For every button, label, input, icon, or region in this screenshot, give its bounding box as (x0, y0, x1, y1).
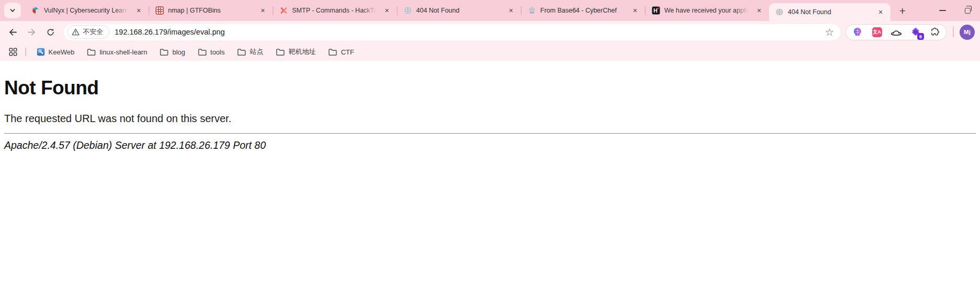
extensions-puzzle-icon[interactable] (929, 26, 941, 38)
layers-extension-icon[interactable]: 6 (910, 26, 921, 38)
tab-title: 404 Not Found (788, 8, 872, 16)
keeweb-icon (37, 48, 45, 56)
warning-icon (72, 28, 80, 36)
folder-icon (328, 48, 337, 56)
close-icon[interactable]: × (258, 6, 268, 15)
bookmark-folder-tools[interactable]: tools (194, 46, 229, 58)
close-icon[interactable]: × (630, 6, 640, 15)
tab-title: nmap | GTFOBins (168, 7, 254, 14)
bookmark-label: KeeWeb (49, 48, 75, 56)
vulnyx-cube-icon (31, 6, 40, 15)
error-page-message: The requested URL was not found on this … (4, 113, 976, 125)
toolbar-divider (953, 27, 954, 37)
horizontal-rule (4, 133, 976, 134)
bookmark-label: 靶机地址 (288, 47, 316, 57)
minimize-button[interactable] (937, 5, 948, 16)
tab-vulnyx[interactable]: VulNyx | Cybersecurity Learni × (25, 0, 149, 21)
bookmark-label: tools (210, 48, 225, 56)
folder-icon (198, 48, 207, 56)
wappalyzer-hat-icon[interactable] (890, 26, 902, 38)
forward-arrow-icon (27, 28, 36, 37)
profile-avatar[interactable]: Mj (960, 25, 975, 40)
bookmark-folder-sites[interactable]: 站点 (233, 45, 268, 59)
bookmark-label: CTF (341, 48, 354, 56)
svg-text:H: H (653, 7, 658, 14)
folder-icon (237, 48, 246, 56)
reload-icon (46, 28, 55, 37)
error-page-heading: Not Found (4, 77, 976, 99)
bookmark-folder-ctf[interactable]: CTF (324, 46, 358, 58)
bookmarks-divider (25, 48, 26, 56)
tab-title: VulNyx | Cybersecurity Learni (44, 7, 130, 14)
apps-grid-icon[interactable] (6, 45, 20, 59)
site-security-chip[interactable]: 不安全 (67, 25, 109, 39)
chevron-down-icon (9, 7, 16, 14)
close-icon[interactable]: × (382, 6, 392, 15)
translate-extension-icon[interactable]: 文A (871, 26, 883, 38)
globe-icon (404, 6, 412, 15)
bookmark-folder-target-addresses[interactable]: 靶机地址 (272, 45, 320, 59)
tab-404-not-found[interactable]: 404 Not Found × (397, 0, 521, 21)
folder-icon (87, 48, 96, 56)
hacktricks-icon (280, 6, 288, 15)
bookmark-label: 站点 (250, 47, 263, 57)
browser-toolbar: 不安全 192.168.26.179/images/eval.png ☆ 文A (0, 21, 980, 43)
tab-hacktricks-smtp[interactable]: SMTP - Commands - HackTri × (273, 0, 397, 21)
tab-title: From Base64 - CyberChef (540, 7, 626, 14)
bookmark-label: blog (172, 48, 185, 56)
close-icon[interactable]: × (134, 6, 143, 15)
folder-icon (276, 48, 285, 56)
minimize-icon (939, 10, 946, 11)
tab-list: VulNyx | Cybersecurity Learni × nmap | G… (25, 0, 890, 21)
hackmyvm-h-icon: H (652, 6, 660, 15)
close-icon[interactable]: × (876, 7, 885, 17)
browser-window: VulNyx | Cybersecurity Learni × nmap | G… (0, 0, 980, 305)
bookmark-star-icon[interactable]: ☆ (825, 27, 834, 37)
security-chip-label: 不安全 (83, 27, 103, 37)
tab-cyberchef[interactable]: From Base64 - CyberChef × (521, 0, 645, 21)
tab-gtfobins[interactable]: nmap | GTFOBins × (149, 0, 273, 21)
reload-button[interactable] (42, 24, 59, 40)
close-icon[interactable]: × (754, 6, 764, 15)
address-bar[interactable]: 不安全 192.168.26.179/images/eval.png ☆ (64, 24, 840, 40)
extensions-pill: 文A 6 (845, 24, 947, 40)
close-icon[interactable]: × (506, 6, 516, 15)
extension-badge: 6 (917, 33, 924, 40)
restore-icon (965, 8, 971, 14)
tab-strip: VulNyx | Cybersecurity Learni × nmap | G… (0, 0, 980, 21)
server-signature: Apache/2.4.57 (Debian) Server at 192.168… (4, 139, 976, 151)
bookmark-folder-blog[interactable]: blog (155, 46, 190, 58)
cyberchef-hat-icon (528, 6, 536, 15)
url-text: 192.168.26.179/images/eval.png (115, 28, 225, 36)
tab-strip-collapse-button[interactable] (4, 3, 21, 18)
tab-title: We have received your applic (664, 7, 750, 14)
bookmark-keeweb[interactable]: KeeWeb (32, 46, 79, 58)
tab-application-received[interactable]: H We have received your applic × (645, 0, 769, 21)
bookmark-label: linux-shell-learn (99, 48, 147, 56)
gtfobins-grid-icon (155, 6, 164, 15)
tab-404-not-found-active[interactable]: 404 Not Found × (769, 3, 890, 21)
bookmark-folder-linux-shell-learn[interactable]: linux-shell-learn (83, 46, 151, 58)
page-content: Not Found The requested URL was not foun… (0, 61, 980, 305)
folder-icon (160, 48, 169, 56)
window-controls (937, 5, 980, 16)
back-button[interactable] (4, 24, 21, 40)
tab-title: SMTP - Commands - HackTri (292, 7, 378, 14)
new-tab-button[interactable]: + (895, 3, 910, 19)
tab-title: 404 Not Found (416, 7, 502, 14)
bookmarks-bar: KeeWeb linux-shell-learn blog tools (0, 43, 980, 61)
forward-button[interactable] (23, 24, 40, 40)
restore-window-button[interactable] (962, 5, 973, 16)
back-arrow-icon (8, 28, 17, 37)
ai-brain-extension-icon[interactable] (852, 26, 863, 38)
globe-icon (775, 8, 784, 16)
